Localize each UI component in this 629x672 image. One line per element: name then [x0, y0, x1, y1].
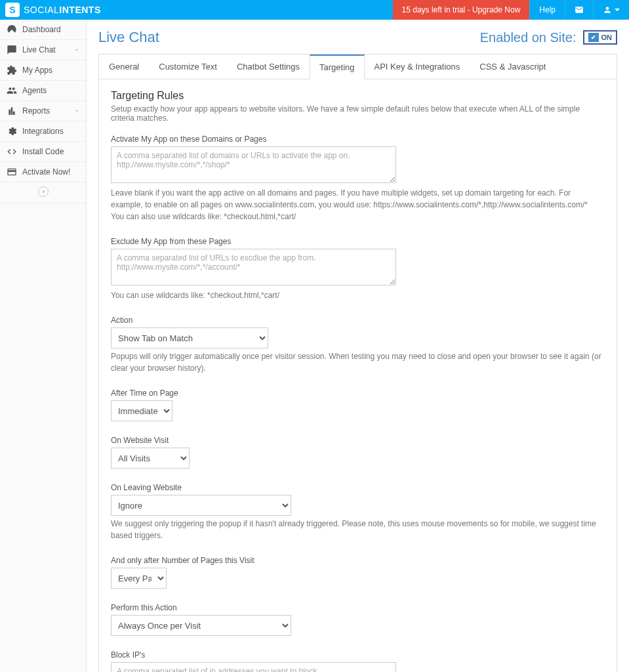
activate-domains-help: Leave blank if you want the app active o… — [111, 187, 603, 222]
user-icon — [603, 5, 612, 14]
user-menu[interactable] — [593, 0, 629, 20]
on-leaving-help: We suggest only triggering the popup if … — [111, 518, 603, 541]
action-help: Popups will only trigger automatically o… — [111, 350, 603, 374]
brand-text: SOCIALINTENTS — [24, 5, 101, 15]
sidebar-item-install-code[interactable]: Install Code — [0, 142, 86, 162]
sidebar-collapse-button[interactable] — [0, 182, 86, 203]
on-leaving-select[interactable]: Ignore — [111, 495, 291, 516]
trial-upgrade-link[interactable]: 15 days left in trial - Upgrade Now — [393, 0, 530, 20]
puzzle-icon — [7, 65, 17, 75]
credit-card-icon — [7, 167, 17, 177]
sidebar-item-label: Live Chat — [22, 45, 56, 54]
sidebar-item-agents[interactable]: Agents — [0, 81, 86, 101]
tab-css-js[interactable]: CSS & Javascript — [470, 54, 556, 79]
sidebar-item-label: Activate Now! — [22, 167, 70, 177]
perform-action-label: Perform this Action — [111, 603, 605, 612]
on-leaving-label: On Leaving Website — [111, 483, 605, 492]
chevron-down-icon — [74, 108, 79, 114]
num-pages-select[interactable]: Every Page — [111, 568, 167, 589]
sidebar-item-live-chat[interactable]: Live Chat — [0, 40, 86, 60]
on-visit-label: On Website Visit — [111, 436, 605, 445]
sidebar-item-activate-now[interactable]: Activate Now! — [0, 162, 86, 182]
settings-panel: General Customize Text Chatbot Settings … — [98, 54, 617, 672]
exclude-pages-input[interactable] — [111, 249, 396, 285]
code-icon — [7, 146, 17, 157]
users-icon — [7, 85, 17, 96]
section-title: Targeting Rules — [111, 90, 605, 102]
activate-domains-label: Activate My App on these Domains or Page… — [111, 135, 605, 144]
after-time-label: After Time on Page — [111, 388, 605, 398]
action-select[interactable]: Show Tab on Match — [111, 327, 268, 348]
tab-customize-text[interactable]: Customize Text — [149, 54, 227, 79]
envelope-icon — [575, 5, 584, 14]
section-description: Setup exactly how your app appears to we… — [111, 104, 605, 123]
num-pages-label: And only after Number of Pages this Visi… — [111, 556, 605, 565]
activate-domains-input[interactable] — [111, 146, 396, 183]
block-ips-label: Block IP's — [111, 650, 605, 660]
block-ips-input[interactable] — [111, 662, 396, 672]
chevron-down-icon — [615, 9, 620, 11]
mail-icon-button[interactable] — [565, 0, 593, 20]
check-icon: ✔ — [588, 33, 599, 42]
tab-targeting[interactable]: Targeting — [310, 54, 364, 79]
tab-general[interactable]: General — [99, 54, 149, 79]
topbar: S SOCIALINTENTS 15 days left in trial - … — [0, 0, 629, 20]
dashboard-icon — [7, 24, 17, 35]
sidebar-item-my-apps[interactable]: My Apps — [0, 60, 86, 81]
on-visit-select[interactable]: All Visits — [111, 448, 190, 469]
exclude-pages-label: Exclude My App from these Pages — [111, 237, 605, 246]
logo[interactable]: S SOCIALINTENTS — [0, 3, 101, 17]
gear-icon — [7, 126, 17, 136]
chevron-down-icon — [74, 47, 79, 52]
perform-action-select[interactable]: Always Once per Visit — [111, 615, 291, 636]
help-link[interactable]: Help — [529, 0, 565, 20]
sidebar-item-label: Integrations — [22, 127, 64, 136]
site-enabled-toggle[interactable]: ✔ ON — [583, 30, 618, 45]
chart-icon — [7, 106, 17, 116]
sidebar-item-label: Dashboard — [22, 25, 61, 34]
tabs: General Customize Text Chatbot Settings … — [99, 54, 617, 79]
sidebar-item-label: Agents — [22, 86, 47, 95]
sidebar-item-label: Reports — [22, 106, 50, 116]
sidebar-item-dashboard[interactable]: Dashboard — [0, 20, 86, 40]
sidebar: Dashboard Live Chat My Apps Agents Repor… — [0, 20, 87, 672]
chevron-left-circle-icon — [38, 186, 49, 197]
tab-chatbot-settings[interactable]: Chatbot Settings — [227, 54, 310, 79]
exclude-pages-help: You can use wildcards like: *checkout.ht… — [111, 289, 603, 301]
after-time-select[interactable]: Immediately — [111, 400, 172, 421]
tab-api-integrations[interactable]: API Key & Integrations — [365, 54, 470, 79]
enabled-on-site-label: Enabled on Site: — [480, 30, 577, 45]
action-label: Action — [111, 316, 605, 325]
sidebar-item-integrations[interactable]: Integrations — [0, 121, 86, 142]
page-title: Live Chat — [98, 29, 159, 46]
logo-icon: S — [5, 3, 20, 17]
sidebar-item-label: My Apps — [22, 66, 52, 75]
sidebar-item-reports[interactable]: Reports — [0, 101, 86, 121]
chat-icon — [7, 45, 17, 55]
sidebar-item-label: Install Code — [22, 147, 64, 156]
